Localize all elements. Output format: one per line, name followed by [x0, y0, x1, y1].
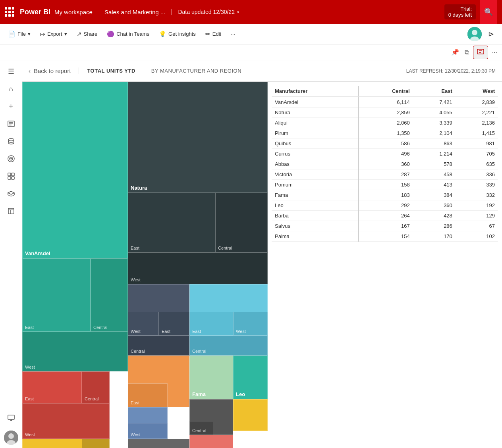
treemap-cell-aliqui-east[interactable]: East [22, 371, 82, 403]
back-bar: ‹ Back to report TOTAL UNITS YTD BY MANU… [22, 60, 502, 82]
user-avatar[interactable] [4, 431, 18, 445]
treemap-cell-pomum[interactable]: Pomum [128, 439, 189, 448]
trial-info: Trial: 0 days left [444, 4, 476, 19]
nav-monitor-icon[interactable] [3, 410, 19, 426]
treemap-cell-barba-central[interactable]: Central [189, 421, 213, 435]
treemap-cell-victoria-west[interactable]: West [128, 423, 168, 439]
insights-icon: 💡 [159, 31, 166, 38]
left-nav: ☰ ⌂ + [0, 60, 22, 448]
treemap-cell-natura-east[interactable]: East [128, 193, 215, 252]
back-to-report-button[interactable]: ‹ Back to report [29, 67, 79, 74]
viz-area: VanArsdel East Central West [22, 82, 502, 448]
svg-rect-11 [8, 177, 11, 179]
expand-panel-button[interactable]: ⊳ [484, 27, 498, 41]
treemap-cell-currus-east[interactable]: East [189, 312, 233, 336]
table-row: Salvus16728667 [272, 221, 498, 231]
profile-avatar[interactable] [467, 27, 482, 41]
treemap-cell-currus-central[interactable]: Central [189, 336, 268, 356]
file-icon: 📄 [8, 31, 15, 38]
app-grid-icon[interactable] [5, 7, 20, 17]
pin-icon[interactable]: 📌 [450, 47, 461, 58]
app-logo: Power BI [20, 8, 50, 16]
treemap-cell-aliqui-central[interactable]: Central [82, 371, 110, 403]
nav-data-icon[interactable] [3, 133, 19, 149]
focus-mode-button[interactable] [473, 46, 488, 59]
treemap-cell-leo[interactable]: Leo [233, 356, 268, 399]
toolbar: 📄 File ▾ ↦ Export ▾ ↗ Share 🟣 Chat in Te… [0, 24, 502, 44]
data-table-container: Manufacturer Central East West VanArsdel… [268, 82, 502, 448]
export-chevron-icon: ▾ [64, 31, 67, 37]
treemap-cell-natura-central[interactable]: Central [215, 193, 268, 252]
treemap-cell-quibus-central[interactable]: Central [128, 336, 189, 356]
table-row: Victoria287458336 [272, 169, 498, 180]
top-bar: Power BI My workspace Sales and Marketin… [0, 0, 502, 24]
svg-point-15 [8, 433, 14, 439]
back-arrow-icon: ‹ [29, 67, 31, 74]
nav-apps-icon[interactable] [3, 168, 19, 184]
treemap-cell-fama[interactable]: Fama [189, 356, 233, 399]
col-west: West [456, 86, 498, 97]
treemap-cell-salvus[interactable]: Salvus [189, 435, 233, 448]
nav-goals-icon[interactable] [3, 151, 19, 167]
col-east: East [413, 86, 456, 97]
nav-home-icon[interactable]: ⌂ [3, 81, 19, 97]
svg-point-1 [472, 30, 477, 35]
treemap-cell-small-yellow[interactable] [233, 399, 268, 431]
chat-teams-button[interactable]: 🟣 Chat in Teams [103, 28, 153, 40]
table-row: Fama183384332 [272, 190, 498, 200]
edit-button[interactable]: ✏ Edit [201, 28, 225, 40]
report-title: Sales and Marketing ... [104, 9, 165, 15]
share-button[interactable]: ↗ Share [73, 28, 102, 40]
treemap-cell-natura[interactable]: Natura [128, 82, 268, 193]
treemap-cell-quibus-west[interactable]: West [128, 312, 159, 336]
second-toolbar: 📌 ⧉ ··· [0, 44, 502, 60]
svg-point-5 [8, 138, 14, 141]
edit-icon: ✏ [205, 31, 210, 38]
treemap-cell-abbas-east[interactable]: East [128, 383, 168, 407]
tab-by-manufacturer[interactable]: BY MANUFACTURER AND REGION [143, 68, 249, 74]
workspace-name[interactable]: My workspace [54, 9, 93, 15]
table-row: Pirum1,3502,1041,415 [272, 128, 498, 138]
teams-icon: 🟣 [107, 31, 114, 38]
file-chevron-icon: ▾ [28, 31, 31, 37]
nav-learn-icon[interactable] [3, 186, 19, 202]
treemap-cell-vanarsdel[interactable]: VanArsdel [22, 82, 128, 258]
treemap-cell-natura-west[interactable]: West [128, 252, 268, 284]
treemap-cell-vanarsdel-central[interactable]: Central [91, 258, 128, 332]
treemap-cell-pirum-central[interactable]: Central [82, 439, 110, 448]
treemap-cell-quibus-east[interactable]: East [159, 312, 189, 336]
main-layout: ☰ ⌂ + ‹ Back [0, 60, 502, 448]
table-row: Pomum158413339 [272, 180, 498, 190]
toolbar-right: ⊳ [467, 27, 498, 41]
get-insights-button[interactable]: 💡 Get insights [155, 28, 200, 40]
table-row: Abbas360578635 [272, 159, 498, 169]
duplicate-icon[interactable]: ⧉ [463, 47, 471, 58]
export-button[interactable]: ↦ Export ▾ [36, 28, 71, 40]
nav-browse-icon[interactable] [3, 116, 19, 132]
table-row: Currus4961,214705 [272, 149, 498, 159]
nav-create-icon[interactable]: + [3, 98, 19, 114]
file-button[interactable]: 📄 File ▾ [4, 28, 35, 40]
more-options-icon[interactable]: ··· [490, 47, 499, 58]
treemap-cell-vanarsdel-east[interactable]: East [22, 258, 91, 332]
table-row: Quibus586863981 [272, 138, 498, 149]
search-button[interactable]: 🔍 [480, 0, 497, 24]
tab-total-units-ytd[interactable]: TOTAL UNITS YTD [79, 68, 143, 74]
svg-rect-13 [8, 415, 14, 419]
share-icon: ↗ [77, 31, 82, 38]
table-row: Natura2,8594,0552,221 [272, 108, 498, 118]
treemap-cell-aliqui-west[interactable]: West [22, 403, 110, 439]
svg-rect-3 [477, 49, 484, 54]
nav-menu-icon[interactable]: ☰ [3, 63, 19, 79]
chevron-down-icon: ▾ [237, 10, 239, 14]
manufacturer-table: Manufacturer Central East West VanArsdel… [272, 86, 498, 242]
content-area: ‹ Back to report TOTAL UNITS YTD BY MANU… [22, 60, 502, 448]
more-options-button[interactable]: ··· [227, 29, 239, 39]
table-row: VanArsdel6,1147,4212,839 [272, 97, 498, 108]
treemap-chart[interactable]: VanArsdel East Central West [22, 82, 268, 448]
table-row: Aliqui2,0603,3392,136 [272, 118, 498, 128]
data-updated-label[interactable]: Data updated 12/30/22 ▾ [178, 9, 239, 15]
treemap-cell-vanarsdel-west[interactable]: West [22, 332, 128, 371]
treemap-cell-currus-west[interactable]: West [233, 312, 268, 336]
nav-catalog-icon[interactable] [3, 203, 19, 219]
